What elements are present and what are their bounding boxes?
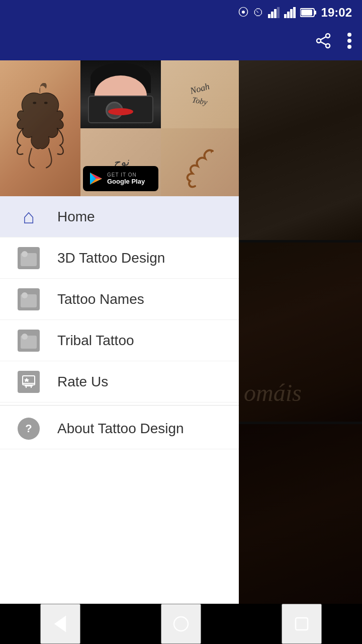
navigation-drawer: Noah Toby نوح [0, 60, 239, 604]
navigation-menu: ⌂ Home 3D Tattoo Design Tattoo Names [0, 196, 239, 604]
home-button[interactable] [161, 604, 201, 644]
nav-label-about: About Tattoo Design [57, 421, 184, 437]
nav-label-tattoo-names: Tattoo Names [57, 291, 144, 307]
svg-rect-1 [271, 12, 274, 18]
battery-icon [300, 8, 316, 18]
status-bar: ⦿ ⏲ 19:02 [0, 0, 362, 25]
back-button[interactable] [40, 604, 80, 644]
svg-rect-2 [274, 9, 277, 18]
help-icon: ? [18, 418, 40, 440]
svg-point-20 [44, 102, 48, 104]
header-image-dragon [0, 60, 80, 196]
svg-marker-25 [55, 617, 65, 631]
google-play-text: GET IT ON Google Play [107, 172, 145, 186]
svg-line-14 [321, 37, 326, 40]
home-icon-wrap: ⌂ [15, 203, 42, 230]
svg-point-26 [174, 617, 188, 631]
tribal-tattoo-icon-wrap [15, 327, 42, 354]
svg-point-16 [347, 33, 351, 37]
svg-point-17 [347, 39, 351, 43]
get-it-on-label: GET IT ON [107, 172, 145, 178]
nav-item-home[interactable]: ⌂ Home [0, 196, 239, 237]
status-time: 19:02 [321, 6, 352, 20]
action-bar [0, 25, 362, 60]
image-icon-tribal [18, 330, 40, 352]
rate-icon [18, 371, 40, 393]
nav-item-tattoo-names[interactable]: Tattoo Names [0, 279, 239, 320]
drawer-header-images: Noah Toby نوح [0, 60, 239, 196]
google-play-label: Google Play [107, 178, 145, 186]
drawer-scrim[interactable] [239, 60, 362, 604]
svg-rect-6 [290, 9, 293, 18]
svg-rect-9 [314, 11, 316, 15]
signal-icon [268, 7, 280, 18]
tattoo-names-icon-wrap [15, 286, 42, 313]
about-icon-wrap: ? [15, 415, 42, 442]
svg-point-18 [347, 45, 351, 49]
recents-button[interactable] [282, 604, 322, 644]
svg-point-11 [326, 34, 330, 38]
svg-rect-7 [293, 7, 296, 18]
signal2-icon [284, 7, 296, 18]
svg-point-13 [326, 44, 330, 48]
header-image-camera [80, 60, 161, 128]
play-store-icon [89, 172, 103, 186]
nav-item-tribal-tattoo[interactable]: Tribal Tattoo [0, 320, 239, 361]
nav-label-3d-tattoo: 3D Tattoo Design [57, 250, 165, 266]
alarm-icon: ⏲ [253, 6, 264, 19]
svg-line-15 [321, 42, 326, 45]
bottom-navigation-bar [0, 604, 362, 644]
nav-item-rate-us[interactable]: Rate Us [0, 361, 239, 403]
svg-rect-5 [287, 12, 290, 18]
home-icon: ⌂ [23, 205, 35, 228]
google-play-badge[interactable]: GET IT ON Google Play [83, 166, 158, 191]
main-layout: omáis [0, 60, 362, 604]
svg-rect-4 [284, 14, 287, 18]
nav-item-about[interactable]: ? About Tattoo Design [0, 408, 239, 449]
nav-item-3d-tattoo[interactable]: 3D Tattoo Design [0, 237, 239, 279]
header-image-snake [161, 128, 239, 196]
nav-label-tribal-tattoo: Tribal Tattoo [57, 333, 134, 349]
svg-rect-0 [268, 14, 270, 18]
nav-divider [0, 405, 239, 406]
svg-point-12 [317, 39, 321, 43]
svg-rect-27 [296, 618, 308, 630]
svg-rect-10 [301, 10, 312, 16]
status-icons: ⦿ ⏲ [238, 6, 316, 19]
more-options-button[interactable] [347, 32, 352, 53]
header-image-names: Noah Toby [161, 60, 239, 128]
wifi-icon: ⦿ [238, 6, 249, 19]
rate-us-icon-wrap [15, 368, 42, 395]
3d-tattoo-icon-wrap [15, 245, 42, 272]
image-icon-names [18, 288, 40, 310]
svg-point-19 [33, 102, 36, 104]
header-image-script: نوح [80, 128, 161, 196]
share-button[interactable] [315, 32, 332, 53]
nav-label-home: Home [57, 209, 95, 225]
nav-label-rate-us: Rate Us [57, 374, 108, 390]
image-icon-3d [18, 247, 40, 269]
svg-rect-3 [277, 7, 280, 18]
